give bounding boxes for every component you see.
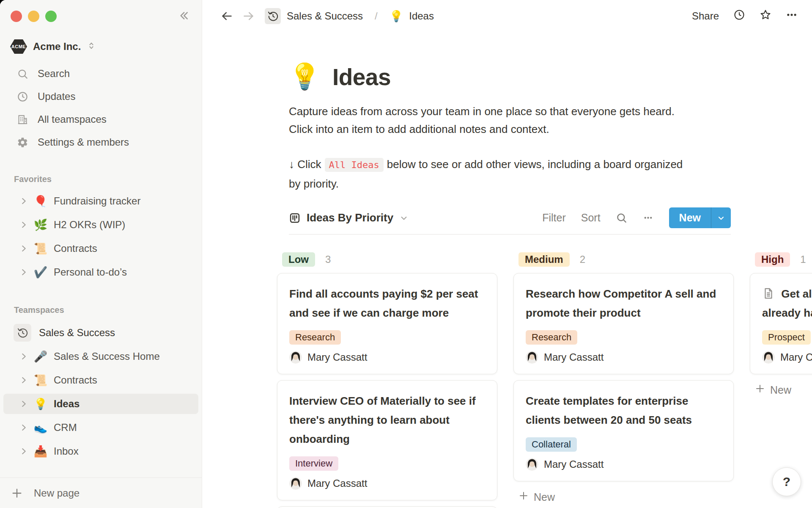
sidebar-item-h2-okrs-wip[interactable]: 🌿H2 OKRs (WIP) — [3, 215, 198, 235]
sidebar-item-personal-to-do-s[interactable]: ✔️Personal to-do’s — [3, 262, 198, 282]
page-emoji-icon: 💡 — [33, 398, 49, 411]
board-column-header: High1 — [755, 252, 812, 267]
toolbar-actions: Filter Sort New — [542, 207, 731, 228]
workspace-name: Acme Inc. — [33, 41, 81, 52]
card-tag: Prospect — [762, 330, 811, 345]
board-card[interactable]: Get allalready haProspectMary Cassatt — [750, 273, 812, 374]
expand-chevron-icon — [19, 423, 30, 432]
sidebar-item-label: Updates — [38, 91, 75, 102]
sidebar-section-teamspaces: TeamspacesSales & Success🎤Sales & Succes… — [0, 305, 202, 461]
board-view-icon — [289, 212, 301, 224]
back-arrow-icon[interactable] — [221, 10, 233, 22]
new-page-button[interactable]: New page — [0, 478, 202, 508]
new-card-button[interactable]: New — [750, 380, 812, 400]
workspace-switch-icon — [87, 41, 96, 52]
page-title[interactable]: Ideas — [332, 64, 391, 91]
workspace-switcher[interactable]: ACME Acme Inc. — [10, 36, 196, 57]
board-column-low: Low3Find all accounts paying $2 per seat… — [277, 252, 497, 508]
board-card[interactable]: Find all accounts paying $2 per seatand … — [277, 273, 497, 374]
share-button[interactable]: Share — [692, 10, 719, 22]
sidebar-item-ideas[interactable]: 💡Ideas — [3, 394, 198, 414]
breadcrumb-teamspace-label: Sales & Success — [287, 10, 363, 22]
breadcrumb-teamspace[interactable]: Sales & Success — [265, 8, 363, 24]
plus-icon — [755, 384, 765, 396]
card-assignee: Mary Cassatt — [762, 351, 812, 364]
assignee-name: Mary Cassatt — [307, 351, 367, 363]
forward-arrow-icon[interactable] — [243, 10, 255, 22]
sidebar-item-sales-success-home[interactable]: 🎤Sales & Success Home — [3, 346, 198, 367]
sidebar-item-fundraising-tracker[interactable]: 🎈Fundraising tracker — [3, 191, 198, 211]
filter-button[interactable]: Filter — [542, 212, 566, 224]
sidebar-item-all-teamspaces[interactable]: All teamspaces — [3, 110, 198, 129]
page-title-emoji-icon[interactable]: 💡 — [289, 63, 321, 91]
sidebar-teamspace-sales-success[interactable]: Sales & Success — [3, 322, 198, 344]
sort-button[interactable]: Sort — [581, 212, 601, 224]
minimize-window-button[interactable] — [28, 11, 39, 22]
new-button[interactable]: New — [669, 207, 731, 228]
view-options-icon[interactable] — [642, 212, 654, 224]
main-area: Sales & Success / 💡 Ideas Share — [202, 0, 812, 508]
gear-icon — [17, 137, 28, 148]
column-count: 1 — [800, 254, 806, 265]
sidebar-item-contracts[interactable]: 📜Contracts — [3, 238, 198, 259]
view-tab[interactable]: Ideas By Priority — [289, 211, 409, 224]
page-emoji-icon: ✔️ — [33, 266, 49, 279]
card-tag: Interview — [289, 456, 338, 471]
teamspace-history-icon — [265, 8, 281, 24]
board-card[interactable]: Interview CEO of Materially to see ifthe… — [277, 380, 497, 500]
new-button-dropdown-icon[interactable] — [711, 207, 731, 228]
collapse-sidebar-icon[interactable] — [177, 9, 190, 24]
column-count: 2 — [580, 254, 585, 265]
sidebar-item-contracts[interactable]: 📜Contracts — [3, 370, 198, 390]
breadcrumb-page[interactable]: 💡 Ideas — [390, 10, 434, 23]
expand-chevron-icon — [19, 375, 30, 385]
expand-chevron-icon — [19, 268, 30, 277]
board-card[interactable]: Create templates for enterpriseclients b… — [513, 380, 734, 481]
page-emoji-icon: 🌿 — [33, 218, 49, 232]
sidebar-item-crm[interactable]: 👟CRM — [3, 417, 198, 438]
avatar — [526, 351, 538, 364]
card-assignee: Mary Cassatt — [289, 351, 485, 364]
sidebar-item-label: Sales & Success Home — [54, 351, 160, 362]
sidebar-item-settings-members[interactable]: Settings & members — [3, 133, 198, 152]
teamspace-history-icon — [14, 324, 31, 342]
help-button[interactable]: ? — [772, 467, 801, 496]
page-emoji-icon: 📜 — [33, 374, 49, 387]
column-status-pill[interactable]: Medium — [518, 252, 570, 267]
card-title: Create templates for enterpriseclients b… — [526, 392, 721, 430]
more-options-icon[interactable] — [786, 9, 798, 23]
new-card-label: New — [534, 491, 555, 503]
new-card-button[interactable]: New — [513, 487, 734, 507]
card-title: Find all accounts paying $2 per seatand … — [289, 284, 485, 323]
sidebar-item-inbox[interactable]: 📥Inbox — [3, 441, 198, 461]
sidebar-item-updates[interactable]: Updates — [3, 87, 198, 106]
expand-chevron-icon — [19, 447, 30, 456]
column-status-pill[interactable]: Low — [282, 252, 315, 267]
sidebar-section-favorites: Favorites🎈Fundraising tracker🌿H2 OKRs (W… — [0, 174, 202, 282]
topbar-actions: Share — [692, 9, 798, 23]
close-window-button[interactable] — [11, 11, 22, 22]
board-card[interactable]: Target design agencies who have — [277, 506, 497, 508]
new-button-label[interactable]: New — [669, 207, 711, 228]
breadcrumb-page-label: Ideas — [409, 10, 434, 22]
sidebar-item-search[interactable]: Search — [3, 64, 198, 83]
window-controls — [11, 11, 57, 22]
search-icon[interactable] — [616, 212, 627, 224]
sidebar-item-label: Settings & members — [38, 136, 129, 148]
updates-clock-icon[interactable] — [733, 9, 745, 23]
favorite-star-icon[interactable] — [760, 9, 771, 23]
sidebar-top-menu: SearchUpdatesAll teamspacesSettings & me… — [0, 64, 202, 152]
expand-chevron-icon — [19, 352, 30, 361]
zoom-window-button[interactable] — [45, 11, 57, 22]
board-column-header: Low3 — [282, 252, 497, 267]
avatar — [289, 351, 302, 364]
sidebar-item-label: Search — [38, 68, 70, 80]
assignee-name: Mary Cassatt — [544, 351, 604, 363]
sidebar-item-label: Contracts — [54, 374, 97, 386]
column-status-pill[interactable]: High — [755, 252, 790, 267]
card-assignee: Mary Cassatt — [526, 351, 721, 364]
board-card[interactable]: Research how Competitor A sell andpromot… — [513, 273, 734, 374]
card-title: Get allalready ha — [762, 284, 812, 323]
callout-suffix-line2: by priority. — [289, 177, 339, 190]
clock-icon — [17, 91, 28, 102]
